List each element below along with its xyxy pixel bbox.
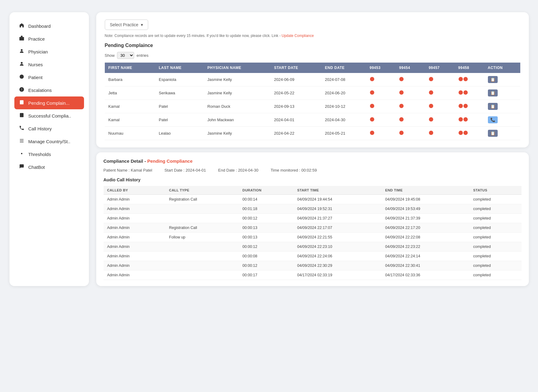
action-detail-button[interactable]: 📋 [488,76,498,83]
sidebar-label-practice: Practice [28,36,45,42]
sidebar-item-manage-country[interactable]: Manage Country/St.. [14,135,84,148]
top-card: Select Practice ▾ Note: Compliance recor… [96,12,529,147]
status-dot [459,77,463,81]
sidebar-label-thresholds: Thresholds [28,152,51,157]
audio-table-row: Admin Admin00:00:1204/09/2024 21:37:2704… [104,214,522,223]
manage-country-icon [19,138,25,145]
sidebar-item-call-history[interactable]: Call History [14,122,84,135]
sidebar-label-chatbot: ChatBot [28,165,45,170]
status-dot [370,104,374,108]
sidebar-item-escalations[interactable]: ! Escalations [14,84,84,96]
action-detail-button[interactable]: 📋 [488,130,498,137]
svg-text:!: ! [21,88,22,91]
start-date: Start Date : 2024-04-01 [164,168,206,172]
audio-col-end-time: END TIME [382,186,470,195]
sidebar-label-manage-country: Manage Country/St.. [28,139,71,144]
select-practice-label: Select Practice [110,22,138,27]
col-end-date: END DATE [321,63,366,73]
status-dot [429,104,433,108]
detail-title: Compliance Detail - Pending Compliance [104,158,522,164]
svg-rect-12 [20,113,24,117]
status-dot [370,77,374,81]
status-dot [463,117,468,122]
sidebar-label-escalations: Escalations [28,88,52,93]
audio-table-row: Admin AdminFollow up00:00:1304/09/2024 2… [104,233,522,242]
physician-icon [19,48,25,55]
status-dot [399,77,404,81]
status-dot [429,90,433,95]
action-detail-button[interactable]: 📋 [488,103,498,110]
col-99458: 99458 [455,63,484,73]
col-first-name: FIRST NAME [105,63,155,73]
audio-table-row: Admin Admin00:00:1204/09/2024 22:23:1004… [104,242,522,252]
status-dot [429,117,433,122]
sidebar-item-thresholds[interactable]: Thresholds [14,148,84,161]
audio-table-row: Admin Admin00:01:1804/09/2024 19:52:3104… [104,204,522,214]
col-last-name: LAST NAME [155,63,204,73]
note-text: Note: Compliance records are set to upda… [105,34,520,38]
table-title: Pending Complaince [105,43,520,48]
status-dot [429,131,433,135]
sidebar-label-successful-compliance: Successful Complia.. [28,113,71,118]
escalations-icon: ! [19,87,25,93]
table-row: BarbaraEspaniolaJasmine Kelly2024-06-092… [105,73,520,86]
sidebar-item-patient[interactable]: Patient [14,71,84,84]
col-99454: 99454 [395,63,425,73]
sidebar-item-chatbot[interactable]: ChatBot [14,161,84,173]
sidebar-item-nurses[interactable]: Nurses [14,58,84,71]
audio-col-start-time: START TIME [294,186,382,195]
status-dot [399,131,404,135]
table-body: BarbaraEspaniolaJasmine Kelly2024-06-092… [105,73,520,140]
status-dot [463,131,468,135]
audio-table-row: Admin AdminRegistration Call00:00:1304/0… [104,223,522,233]
table-row: JettaSerikawaJasmine Kelly2024-05-222024… [105,86,520,100]
svg-point-13 [21,153,22,154]
sidebar-item-pending-compliance[interactable]: Pending Complain... [14,96,84,109]
action-phone-button[interactable]: 📞 [488,116,498,123]
table-row: KamalPatelRoman Duck2024-09-132024-10-12… [105,100,520,113]
audio-col-status: STATUS [470,186,522,195]
select-practice-button[interactable]: Select Practice ▾ [105,20,148,30]
audio-table-row: Admin Admin00:00:0804/09/2024 22:24:0604… [104,252,522,261]
thresholds-icon [19,151,25,158]
status-dot [463,77,468,81]
sidebar: Dashboard Practice Physician Nurses Pati… [9,12,89,286]
compliance-detail-card: Compliance Detail - Pending Compliance P… [96,152,529,286]
status-dot [429,77,433,81]
sidebar-item-successful-compliance[interactable]: Successful Complia.. [14,109,84,122]
audio-table-area: CALLED BYCALL TYPEDURATIONSTART TIMEEND … [104,186,522,280]
svg-point-2 [21,49,23,51]
pending-compliance-icon [19,100,25,106]
sidebar-item-dashboard[interactable]: Dashboard [14,20,84,32]
sidebar-label-nurses: Nurses [28,62,43,67]
col-action: ACTION [484,63,520,73]
dashboard-icon [19,23,25,29]
call-history-icon [19,125,25,132]
entries-select[interactable]: 30 50 100 [117,52,134,59]
status-dot [459,131,463,135]
dropdown-icon: ▾ [141,22,143,27]
update-compliance-link[interactable]: Update Compliance [282,34,314,38]
audio-table: CALLED BYCALL TYPEDURATIONSTART TIMEEND … [104,186,522,280]
sidebar-item-physician[interactable]: Physician [14,45,84,58]
sidebar-item-practice[interactable]: Practice [14,32,84,45]
status-dot [370,117,374,122]
audio-call-history-title: Audio Call History [104,177,522,182]
sidebar-label-physician: Physician [28,49,48,54]
status-dot [463,104,468,108]
svg-point-5 [21,75,22,77]
status-dot [399,117,404,122]
svg-point-3 [21,62,23,64]
chatbot-icon [19,164,25,170]
status-dot [459,117,463,122]
action-detail-button[interactable]: 📋 [488,89,498,96]
audio-table-row: Admin AdminRegistration Call00:00:1404/0… [104,195,522,204]
sidebar-label-patient: Patient [28,75,43,80]
table-area: FIRST NAMELAST NAMEPHYSICIAN NAMESTART D… [105,63,520,140]
audio-col-call-type: CALL TYPE [165,186,239,195]
audio-table-row: Admin Admin00:00:1704/17/2024 02:33:1904… [104,270,522,280]
svg-rect-1 [21,38,22,39]
col-99453: 99453 [366,63,396,73]
col-start-date: START DATE [270,63,321,73]
sidebar-label-pending-compliance: Pending Complain... [28,100,70,106]
